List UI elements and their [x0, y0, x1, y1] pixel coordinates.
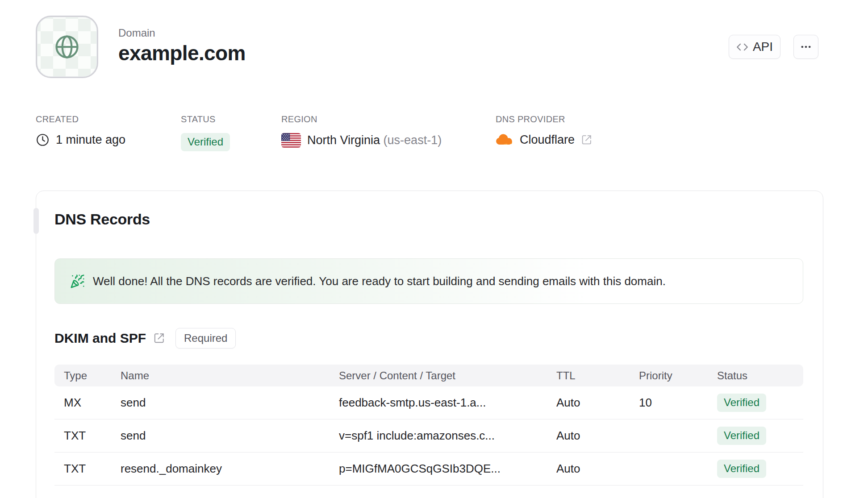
record-name: send [121, 396, 339, 410]
record-type: MX [54, 396, 121, 410]
col-name: Name [121, 369, 339, 382]
status-badge: Verified [181, 133, 230, 151]
status-label: STATUS [181, 114, 216, 124]
page-title: example.com [118, 41, 246, 65]
table-row[interactable]: TXT resend._domainkey p=MIGfMA0GCSqGSIb3… [54, 452, 803, 486]
success-banner: Well done! All the DNS records are verif… [54, 258, 803, 304]
region-label: REGION [281, 114, 317, 124]
api-button[interactable]: API [729, 35, 780, 59]
external-link-icon[interactable] [153, 332, 165, 344]
record-content: p=MIGfMA0GCSqGSIb3DQE... [339, 462, 556, 476]
record-name: send [121, 429, 339, 443]
record-type: TXT [54, 429, 121, 443]
required-badge: Required [175, 328, 236, 349]
code-icon [736, 41, 748, 53]
col-ttl: TTL [556, 369, 639, 382]
clock-icon [36, 133, 50, 147]
dns-records-table: Type Name Server / Content / Target TTL … [54, 365, 803, 486]
record-type: TXT [54, 462, 121, 476]
meta-status: STATUS Verified [181, 114, 216, 124]
party-popper-icon [70, 274, 85, 289]
created-value: 1 minute ago [56, 133, 125, 147]
record-content: feedback-smtp.us-east-1.a... [339, 396, 556, 410]
dns-provider-value: Cloudflare [520, 133, 575, 147]
table-header-row: Type Name Server / Content / Target TTL … [54, 365, 803, 386]
success-banner-text: Well done! All the DNS records are verif… [93, 274, 666, 288]
status-badge: Verified [717, 460, 766, 478]
record-ttl: Auto [556, 429, 639, 443]
col-status: Status [717, 369, 803, 382]
record-name: resend._domainkey [121, 462, 339, 476]
globe-icon [54, 33, 80, 60]
record-status: Verified [717, 460, 803, 478]
dns-provider-label: DNS PROVIDER [496, 114, 565, 124]
region-code: (us-east-1) [384, 133, 442, 147]
record-ttl: Auto [556, 462, 639, 476]
record-status: Verified [717, 427, 803, 445]
meta-created: CREATED 1 minute ago [36, 114, 79, 124]
record-status: Verified [717, 394, 803, 412]
dkim-spf-section-header: DKIM and SPF Required [54, 328, 236, 349]
record-priority: 10 [639, 396, 717, 410]
table-row[interactable]: MX send feedback-smtp.us-east-1.a... Aut… [54, 386, 803, 419]
card-left-tab [33, 208, 39, 234]
dns-records-title: DNS Records [54, 211, 150, 228]
api-button-label: API [753, 40, 773, 54]
more-button[interactable] [793, 35, 818, 59]
region-value: North Virginia (us-east-1) [307, 133, 442, 147]
record-content: v=spf1 include:amazonses.c... [339, 429, 556, 443]
table-row[interactable]: TXT send v=spf1 include:amazonses.c... A… [54, 419, 803, 452]
record-ttl: Auto [556, 396, 639, 410]
ellipsis-icon [800, 41, 812, 53]
col-type: Type [54, 369, 121, 382]
domain-kicker: Domain [118, 27, 155, 39]
col-priority: Priority [639, 369, 717, 382]
us-flag-icon [281, 133, 301, 148]
dkim-spf-title: DKIM and SPF [54, 331, 146, 346]
external-link-icon[interactable] [581, 134, 592, 145]
dns-records-card: DNS Records Well done! All the DNS recor… [36, 191, 823, 498]
status-badge: Verified [717, 427, 766, 445]
meta-dns-provider: DNS PROVIDER Cloudflare [496, 114, 565, 124]
domain-avatar [36, 16, 98, 78]
meta-region: REGION North Vir [281, 114, 317, 124]
col-content: Server / Content / Target [339, 369, 556, 382]
created-label: CREATED [36, 114, 79, 124]
status-badge: Verified [717, 394, 766, 412]
cloudflare-icon [496, 134, 513, 146]
